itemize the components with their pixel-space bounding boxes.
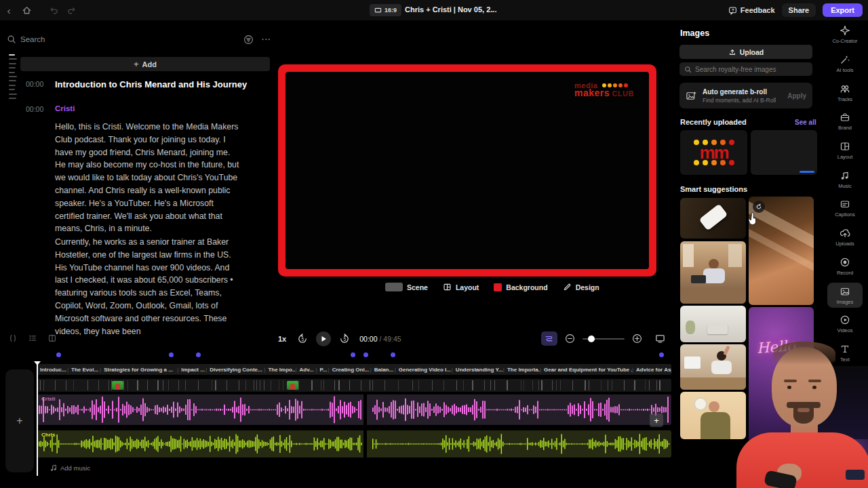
replace-image-icon[interactable] — [753, 201, 765, 213]
track-cristi-audio[interactable]: Cristi — [37, 394, 671, 425]
zoom-in-icon[interactable] — [632, 333, 642, 344]
undo-icon[interactable] — [45, 5, 62, 16]
more-icon[interactable]: ··· — [262, 35, 271, 45]
timeline-clip[interactable]: The Evol... — [68, 367, 100, 373]
sidebar-item-ai-tools[interactable]: AI tools — [822, 49, 868, 79]
timeline-zoom-slider[interactable] — [583, 338, 625, 340]
sidebar-item-brand[interactable]: Brand — [822, 107, 868, 136]
see-all-link[interactable]: See all — [795, 119, 816, 126]
background-button[interactable]: Background — [494, 283, 547, 291]
list-view-icon[interactable] — [28, 333, 37, 343]
timeline-clip[interactable]: Gear and Equipment for YouTube ... — [541, 367, 632, 373]
timeline-clip[interactable]: Advice for Asp — [633, 367, 671, 373]
sidebar-item-uploads[interactable]: Uploads — [822, 223, 868, 252]
scene-thumbnail[interactable] — [287, 381, 298, 390]
sidebar-item-images[interactable]: Images — [822, 281, 868, 310]
aspect-ratio-badge[interactable]: 16:9 — [370, 4, 401, 16]
timeline-marker[interactable] — [169, 352, 174, 357]
suggestion-thumb-man-hat[interactable] — [680, 392, 746, 439]
royalty-free-search[interactable] — [679, 62, 812, 76]
recent-thumb-mm-logo[interactable]: mm — [680, 130, 747, 175]
timeline-clip[interactable]: The Impo... — [265, 367, 295, 373]
scene-strip[interactable] — [37, 379, 671, 392]
add-music-button[interactable]: Add music — [50, 464, 90, 472]
sidebar-item-record[interactable]: Record — [822, 252, 868, 281]
sidebar-item-videos[interactable]: Videos — [822, 310, 868, 339]
timeline-clip[interactable]: Introduc... — [37, 367, 67, 373]
sidebar-item-label: Tracks — [837, 96, 852, 102]
column-view-icon[interactable] — [47, 333, 57, 343]
timeline-clip[interactable]: Generating Video I... — [396, 367, 452, 373]
sidebar-item-layout[interactable]: Layout — [822, 136, 868, 165]
timeline-marker[interactable] — [659, 352, 664, 357]
playhead[interactable] — [37, 361, 38, 476]
project-title[interactable]: Chris + Cristi | Nov 05, 2... — [405, 5, 496, 14]
add-track-button[interactable]: + — [5, 369, 34, 472]
video-preview[interactable]: media makers CLUB — [278, 64, 656, 277]
auto-broll-card[interactable]: Auto generate b-roll Find moments, add A… — [679, 83, 812, 108]
sidebar-item-captions[interactable]: Captions — [822, 194, 868, 223]
speaker-timestamp: 00:00 — [26, 105, 49, 113]
chapter-title[interactable]: Introduction to Chris Menard and His Jou… — [55, 79, 258, 89]
minimap-line — [9, 67, 16, 68]
script-view-toggle[interactable] — [541, 331, 557, 346]
royalty-free-search-input[interactable] — [695, 66, 804, 73]
slider-handle[interactable] — [588, 336, 595, 342]
upload-button[interactable]: Upload — [679, 45, 812, 59]
transcript-search-row: ··· — [7, 33, 271, 46]
suggestion-thumb-white-desk[interactable] — [680, 306, 746, 342]
timeline-clip[interactable]: Balan... — [372, 367, 395, 373]
skip-back-icon[interactable]: 5 — [297, 333, 308, 344]
play-button[interactable] — [316, 331, 331, 346]
timeline-marker[interactable] — [196, 352, 201, 357]
share-button[interactable]: Share — [782, 3, 816, 17]
suggestion-thumb-phone[interactable] — [680, 198, 746, 239]
sidebar-item-tracks[interactable]: Tracks — [822, 78, 868, 107]
clip-view-icon[interactable] — [8, 333, 18, 343]
transcript-paragraph-1[interactable]: Hello, this is Cristi. Welcome to the Me… — [55, 121, 239, 235]
timeline-clip[interactable]: Strategies for Growing a ... — [101, 367, 177, 373]
image-sparkle-icon — [686, 90, 697, 102]
timeline-marker[interactable] — [363, 352, 368, 357]
playback-speed[interactable]: 1x — [278, 335, 286, 343]
timeline-clip[interactable]: Diversifying Conte... — [207, 367, 264, 373]
filter-icon[interactable] — [243, 35, 254, 45]
suggestion-thumb-woman-laptop[interactable] — [680, 241, 746, 304]
add-button[interactable]: + Add — [20, 57, 270, 71]
apply-button[interactable]: Apply — [787, 92, 806, 100]
suggestion-thumb-woman-waving[interactable] — [680, 344, 746, 390]
sidebar-item-co-creator[interactable]: Co-Creator — [822, 20, 868, 49]
timeline-marker[interactable] — [391, 352, 395, 357]
scene-thumbnail[interactable] — [112, 381, 123, 390]
sidebar-item-music[interactable]: Music — [822, 165, 868, 194]
timeline-clip[interactable]: Impact ... — [178, 367, 205, 373]
timeline-marker[interactable] — [351, 352, 355, 357]
transcript-minimap[interactable] — [9, 54, 18, 102]
transcript-paragraph-2[interactable]: Currently, he works as a senior trainer … — [55, 236, 239, 338]
recent-thumb-uploading[interactable] — [751, 130, 817, 175]
fit-screen-icon[interactable] — [655, 333, 665, 344]
timeline-clip[interactable]: Adv... — [296, 367, 315, 373]
search-input[interactable] — [20, 35, 217, 43]
redo-icon[interactable] — [62, 5, 80, 16]
skip-forward-icon[interactable]: 5 — [339, 333, 350, 344]
home-icon[interactable] — [18, 5, 35, 16]
export-button[interactable]: Export — [823, 3, 863, 17]
feedback-button[interactable]: ? Feedback — [728, 6, 775, 15]
timeline-marker[interactable] — [56, 352, 61, 357]
back-icon[interactable]: ‹ — [0, 5, 18, 16]
svg-text:5: 5 — [344, 337, 347, 342]
timeline-clip[interactable]: Understanding Y... — [453, 367, 503, 373]
chevron-down-icon[interactable]: ⌄ — [490, 6, 495, 14]
track-chris-audio[interactable]: Chris — [37, 430, 671, 458]
timeline-clip[interactable]: P... — [317, 367, 328, 373]
co-creator-icon — [840, 25, 850, 36]
design-button[interactable]: Design — [563, 283, 599, 291]
scene-button[interactable]: Scene — [385, 283, 428, 291]
timeline-clip[interactable]: The Importa... — [505, 367, 540, 373]
timeline-clip[interactable]: Creating Onl... — [330, 367, 370, 373]
layout-button[interactable]: Layout — [443, 283, 479, 291]
add-clip-button[interactable]: + — [650, 413, 663, 427]
zoom-out-icon[interactable] — [565, 333, 575, 344]
speaker-name[interactable]: Cristi — [55, 104, 75, 113]
